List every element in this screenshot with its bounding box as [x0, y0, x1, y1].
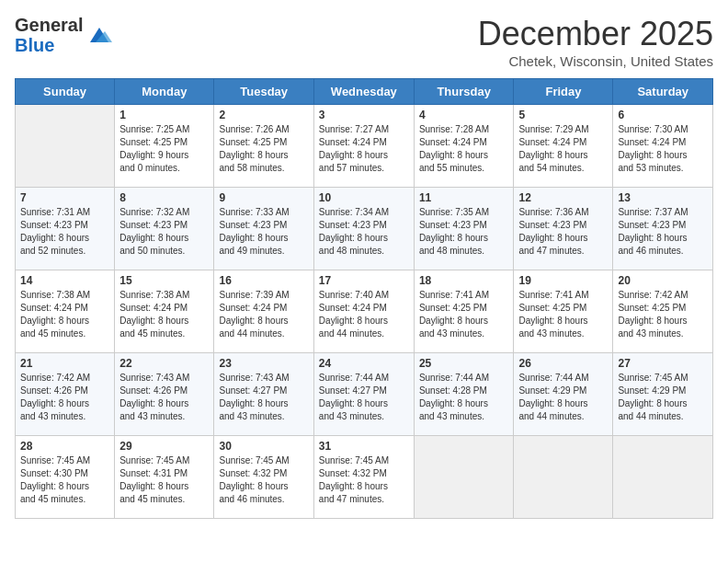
daylight-minutes: and 48 minutes. — [319, 245, 409, 258]
sunrise-text: Sunrise: 7:41 AM — [518, 289, 608, 302]
calendar-day-cell: 20Sunrise: 7:42 AMSunset: 4:25 PMDayligh… — [613, 270, 713, 353]
daylight-minutes: and 44 minutes. — [618, 410, 708, 423]
sunrise-text: Sunrise: 7:36 AM — [518, 206, 608, 219]
daylight-minutes: and 55 minutes. — [419, 162, 509, 175]
calendar-day-cell: 15Sunrise: 7:38 AMSunset: 4:24 PMDayligh… — [115, 270, 214, 353]
day-info: Sunrise: 7:43 AMSunset: 4:27 PMDaylight:… — [219, 372, 308, 423]
day-number: 28 — [20, 440, 109, 453]
daylight-minutes: and 58 minutes. — [219, 162, 308, 175]
daylight-minutes: and 47 minutes. — [518, 245, 608, 258]
daylight-minutes: and 44 minutes. — [319, 327, 409, 340]
sunset-text: Sunset: 4:25 PM — [618, 302, 708, 315]
daylight-text: Daylight: 8 hours — [319, 397, 409, 410]
calendar-header-tuesday: Tuesday — [214, 79, 313, 105]
day-info: Sunrise: 7:41 AMSunset: 4:25 PMDaylight:… — [419, 289, 509, 340]
day-info: Sunrise: 7:33 AMSunset: 4:23 PMDaylight:… — [219, 206, 308, 258]
day-number: 1 — [119, 109, 209, 121]
sunset-text: Sunset: 4:25 PM — [518, 302, 608, 315]
calendar-week-row: 28Sunrise: 7:45 AMSunset: 4:30 PMDayligh… — [16, 436, 713, 519]
day-number: 14 — [20, 274, 109, 287]
daylight-minutes: and 43 minutes. — [618, 327, 708, 340]
daylight-text: Daylight: 8 hours — [518, 149, 608, 162]
calendar-day-cell: 23Sunrise: 7:43 AMSunset: 4:27 PMDayligh… — [214, 353, 313, 436]
daylight-minutes: and 43 minutes. — [20, 410, 109, 423]
calendar-day-cell: 12Sunrise: 7:36 AMSunset: 4:23 PMDayligh… — [514, 188, 613, 270]
day-number: 15 — [119, 274, 209, 287]
daylight-text: Daylight: 8 hours — [518, 397, 608, 410]
sunrise-text: Sunrise: 7:45 AM — [119, 454, 209, 467]
day-number: 26 — [518, 357, 608, 370]
day-number: 8 — [119, 191, 209, 204]
day-info: Sunrise: 7:43 AMSunset: 4:26 PMDaylight:… — [119, 372, 209, 423]
calendar-day-cell: 27Sunrise: 7:45 AMSunset: 4:29 PMDayligh… — [613, 353, 713, 436]
day-number: 7 — [20, 191, 109, 204]
day-number: 4 — [419, 109, 509, 121]
sunset-text: Sunset: 4:24 PM — [518, 136, 608, 149]
day-info: Sunrise: 7:45 AMSunset: 4:30 PMDaylight:… — [20, 454, 109, 506]
day-number: 22 — [119, 357, 209, 370]
daylight-text: Daylight: 8 hours — [219, 397, 308, 410]
sunrise-text: Sunrise: 7:44 AM — [518, 372, 608, 385]
day-info: Sunrise: 7:42 AMSunset: 4:26 PMDaylight:… — [20, 372, 109, 423]
calendar-header-row: SundayMondayTuesdayWednesdayThursdayFrid… — [16, 79, 713, 105]
calendar-header-monday: Monday — [115, 79, 214, 105]
logo-icon — [86, 22, 112, 48]
day-info: Sunrise: 7:42 AMSunset: 4:25 PMDaylight:… — [618, 289, 708, 340]
sunrise-text: Sunrise: 7:32 AM — [119, 206, 209, 219]
day-number: 29 — [119, 440, 209, 453]
sunrise-text: Sunrise: 7:43 AM — [119, 372, 209, 385]
day-info: Sunrise: 7:34 AMSunset: 4:23 PMDaylight:… — [319, 206, 409, 258]
day-number: 24 — [319, 357, 409, 370]
daylight-minutes: and 45 minutes. — [20, 327, 109, 340]
calendar-day-cell: 24Sunrise: 7:44 AMSunset: 4:27 PMDayligh… — [313, 353, 414, 436]
sunrise-text: Sunrise: 7:38 AM — [119, 289, 209, 302]
calendar-day-cell: 4Sunrise: 7:28 AMSunset: 4:24 PMDaylight… — [414, 105, 514, 188]
month-title: December 2025 — [478, 15, 713, 53]
sunset-text: Sunset: 4:24 PM — [419, 136, 509, 149]
day-info: Sunrise: 7:45 AMSunset: 4:29 PMDaylight:… — [618, 372, 708, 423]
daylight-minutes: and 43 minutes. — [419, 410, 509, 423]
calendar-day-cell: 8Sunrise: 7:32 AMSunset: 4:23 PMDaylight… — [115, 188, 214, 270]
daylight-text: Daylight: 8 hours — [618, 149, 708, 162]
daylight-minutes: and 0 minutes. — [119, 162, 209, 175]
sunset-text: Sunset: 4:23 PM — [119, 219, 209, 232]
sunset-text: Sunset: 4:25 PM — [219, 136, 308, 149]
calendar-day-cell: 17Sunrise: 7:40 AMSunset: 4:24 PMDayligh… — [313, 270, 414, 353]
calendar-day-cell: 30Sunrise: 7:45 AMSunset: 4:32 PMDayligh… — [214, 436, 313, 519]
calendar-day-cell: 18Sunrise: 7:41 AMSunset: 4:25 PMDayligh… — [414, 270, 514, 353]
calendar-table: SundayMondayTuesdayWednesdayThursdayFrid… — [15, 78, 713, 519]
daylight-minutes: and 43 minutes. — [319, 410, 409, 423]
day-info: Sunrise: 7:40 AMSunset: 4:24 PMDaylight:… — [319, 289, 409, 340]
sunset-text: Sunset: 4:24 PM — [319, 136, 409, 149]
sunset-text: Sunset: 4:25 PM — [119, 136, 209, 149]
sunrise-text: Sunrise: 7:34 AM — [319, 206, 409, 219]
sunset-text: Sunset: 4:24 PM — [618, 136, 708, 149]
calendar-day-cell: 29Sunrise: 7:45 AMSunset: 4:31 PMDayligh… — [115, 436, 214, 519]
sunrise-text: Sunrise: 7:31 AM — [20, 206, 109, 219]
daylight-text: Daylight: 8 hours — [419, 397, 509, 410]
sunset-text: Sunset: 4:27 PM — [319, 385, 409, 397]
sunrise-text: Sunrise: 7:45 AM — [219, 454, 308, 467]
daylight-minutes: and 43 minutes. — [419, 327, 509, 340]
sunrise-text: Sunrise: 7:39 AM — [219, 289, 308, 302]
daylight-text: Daylight: 8 hours — [319, 232, 409, 245]
sunset-text: Sunset: 4:24 PM — [319, 302, 409, 315]
day-number: 23 — [219, 357, 308, 370]
day-number: 6 — [618, 109, 708, 121]
sunrise-text: Sunrise: 7:29 AM — [518, 123, 608, 136]
sunset-text: Sunset: 4:32 PM — [319, 467, 409, 480]
day-number: 30 — [219, 440, 308, 453]
daylight-text: Daylight: 8 hours — [419, 232, 509, 245]
calendar-day-cell — [613, 436, 713, 519]
title-block: December 2025 Chetek, Wisconsin, United … — [478, 15, 713, 69]
sunrise-text: Sunrise: 7:45 AM — [319, 454, 409, 467]
day-number: 17 — [319, 274, 409, 287]
day-info: Sunrise: 7:25 AMSunset: 4:25 PMDaylight:… — [119, 123, 209, 175]
daylight-minutes: and 46 minutes. — [219, 493, 308, 506]
day-info: Sunrise: 7:26 AMSunset: 4:25 PMDaylight:… — [219, 123, 308, 175]
calendar-day-cell: 28Sunrise: 7:45 AMSunset: 4:30 PMDayligh… — [16, 436, 115, 519]
day-info: Sunrise: 7:30 AMSunset: 4:24 PMDaylight:… — [618, 123, 708, 175]
daylight-minutes: and 48 minutes. — [419, 245, 509, 258]
sunrise-text: Sunrise: 7:30 AM — [618, 123, 708, 136]
day-info: Sunrise: 7:44 AMSunset: 4:28 PMDaylight:… — [419, 372, 509, 423]
